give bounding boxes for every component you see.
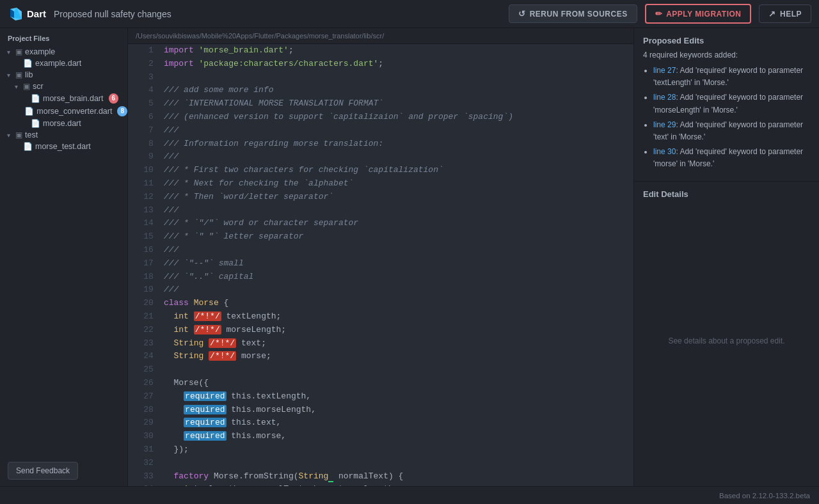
code-line: 19///: [128, 283, 633, 297]
edit-details-placeholder: See details about a proposed edit.: [643, 204, 810, 479]
sidebar-item-label: example: [25, 47, 55, 56]
code-line: 17/// `"--"` small: [128, 257, 633, 271]
sidebar-item-morse-dart[interactable]: 📄 morse.dart: [0, 118, 127, 129]
external-link-icon: ↗: [768, 9, 776, 19]
list-item: line 27: Add 'required' keyword to param…: [653, 65, 810, 89]
proposed-edits-section: Proposed Edits 4 required keywords added…: [634, 28, 819, 182]
file-icon: 📄: [24, 107, 34, 116]
code-line: 15/// * `" "` letter separator: [128, 230, 633, 244]
list-item: line 30: Add 'required' keyword to param…: [653, 146, 810, 170]
sidebar-item-label: scr: [33, 82, 44, 91]
code-line: 25: [128, 363, 633, 377]
code-line: 3: [128, 71, 633, 84]
file-icon: 📄: [31, 119, 40, 128]
sidebar-item-label: lib: [25, 70, 33, 79]
app-name: Dart: [27, 8, 46, 19]
edit-line-link[interactable]: line 30: [653, 147, 676, 156]
sidebar-item-scr-folder[interactable]: ▾ ▣ scr: [0, 81, 127, 92]
main-layout: Project Files ▾ ▣ example 📄 example.dart…: [0, 28, 819, 486]
code-line: 10/// * First two characters for checkin…: [128, 164, 633, 177]
code-table: 1import 'morse_brain.dart'; 2import 'pac…: [128, 44, 633, 486]
code-line: 32: [128, 457, 633, 470]
sidebar-item-morse-converter[interactable]: 📄 morse_converter.dart 8: [0, 105, 127, 118]
folder-icon: ▣: [23, 82, 30, 91]
sidebar: Project Files ▾ ▣ example 📄 example.dart…: [0, 28, 128, 486]
sidebar-item-label: morse.dart: [43, 119, 81, 128]
code-line: 11/// * Next for checking the `alphabet`: [128, 177, 633, 191]
send-feedback-button[interactable]: Send Feedback: [8, 462, 78, 480]
edit-details-section: Edit Details See details about a propose…: [634, 182, 819, 487]
file-path: /Users/souvikbiswas/Mobile%20Apps/Flutte…: [128, 28, 633, 44]
help-button[interactable]: ↗ HELP: [759, 4, 811, 23]
sidebar-footer: Send Feedback: [0, 455, 127, 486]
code-line: 12/// * Then `word/letter separator`: [128, 191, 633, 204]
code-line: 33 factory Morse.fromString(String norma…: [128, 470, 633, 484]
sidebar-item-morse-brain[interactable]: 📄 morse_brain.dart 6: [0, 92, 127, 105]
app-logo: Dart: [8, 6, 46, 22]
code-line: 31 });: [128, 443, 633, 457]
code-line: 8/// Information regarding morse transla…: [128, 138, 633, 151]
folder-icon: ▣: [15, 130, 22, 139]
chevron-down-icon: ▾: [12, 83, 20, 90]
code-line: 27 required this.textLength,: [128, 390, 633, 404]
sidebar-item-lib-folder[interactable]: ▾ ▣ lib: [0, 69, 127, 81]
code-line: 21 int /*!*/ textLength;: [128, 310, 633, 324]
edit-details-title: Edit Details: [643, 189, 810, 199]
code-line: 7///: [128, 124, 633, 138]
sidebar-item-morse-test[interactable]: 📄 morse_test.dart: [0, 141, 127, 152]
rerun-button[interactable]: ↺ RERUN FROM SOURCES: [509, 4, 637, 23]
file-icon: 📄: [23, 59, 33, 68]
sidebar-title: Project Files: [0, 28, 127, 46]
code-line: 20class Morse {: [128, 297, 633, 310]
sidebar-item-test-folder[interactable]: ▾ ▣ test: [0, 129, 127, 141]
sidebar-item-label: example.dart: [35, 59, 81, 68]
code-line: 2import 'package:characters/characters.d…: [128, 58, 633, 71]
code-line: 28 required this.morseLength,: [128, 404, 633, 417]
file-icon: 📄: [31, 94, 40, 103]
code-line: 16///: [128, 244, 633, 257]
header-description: Proposed null safety changes: [54, 9, 171, 19]
edit-count-badge: 6: [109, 93, 119, 104]
list-item: line 28: Add 'required' keyword to param…: [653, 91, 810, 116]
edit-line-link[interactable]: line 27: [653, 66, 676, 75]
code-line: 18/// `".."` capital: [128, 271, 633, 284]
code-line: 30 required this.morse,: [128, 430, 633, 443]
chevron-down-icon: ▾: [4, 49, 13, 56]
sidebar-item-label: morse_converter.dart: [36, 107, 112, 116]
sidebar-item-label: morse_test.dart: [35, 142, 91, 151]
proposed-edits-title: Proposed Edits: [643, 36, 810, 45]
folder-icon: ▣: [15, 70, 22, 79]
edit-count-badge: 8: [117, 106, 127, 116]
chevron-down-icon: ▾: [4, 132, 13, 139]
edit-line-link[interactable]: line 28: [653, 93, 676, 102]
sidebar-item-example-dart[interactable]: 📄 example.dart: [0, 58, 127, 69]
status-text: Based on 2.12.0-133.2.beta: [719, 492, 810, 500]
code-line: 6/// (enhanced version to support `capit…: [128, 111, 633, 124]
code-line: 29 required this.text,: [128, 416, 633, 430]
sidebar-item-example-folder[interactable]: ▾ ▣ example: [0, 46, 127, 58]
code-area: /Users/souvikbiswas/Mobile%20Apps/Flutte…: [128, 28, 633, 486]
apply-migration-button[interactable]: ✏ APPLY MIGRATION: [645, 4, 752, 24]
code-line: 1import 'morse_brain.dart';: [128, 44, 633, 58]
header: Dart Proposed null safety changes ↺ RERU…: [0, 0, 819, 28]
code-line: 13///: [128, 204, 633, 217]
code-line: 4/// add some more info: [128, 84, 633, 97]
sidebar-item-label: morse_brain.dart: [43, 94, 104, 103]
proposed-edits-sub: 4 required keywords added:: [643, 51, 810, 59]
chevron-down-icon: ▾: [4, 72, 13, 79]
code-line: 14/// * `"/"` word or character separato…: [128, 217, 633, 230]
code-line: 22 int /*!*/ morseLength;: [128, 324, 633, 337]
rerun-icon: ↺: [518, 9, 526, 19]
edit-line-link[interactable]: line 29: [653, 120, 676, 129]
proposed-edits-list: line 27: Add 'required' keyword to param…: [643, 65, 810, 171]
code-line: 9///: [128, 150, 633, 164]
folder-icon: ▣: [15, 47, 22, 56]
pencil-icon: ✏: [655, 9, 663, 19]
code-scroll[interactable]: 1import 'morse_brain.dart'; 2import 'pac…: [128, 44, 633, 486]
code-line: 24 String /*!*/ morse;: [128, 350, 633, 363]
code-line: 5/// `INTERNATIONAL MORSE TRANSLATION FO…: [128, 97, 633, 111]
list-item: line 29: Add 'required' keyword to param…: [653, 119, 810, 143]
right-panel: Proposed Edits 4 required keywords added…: [633, 28, 819, 486]
file-icon: 📄: [23, 142, 33, 151]
status-bar: Based on 2.12.0-133.2.beta: [0, 486, 819, 504]
